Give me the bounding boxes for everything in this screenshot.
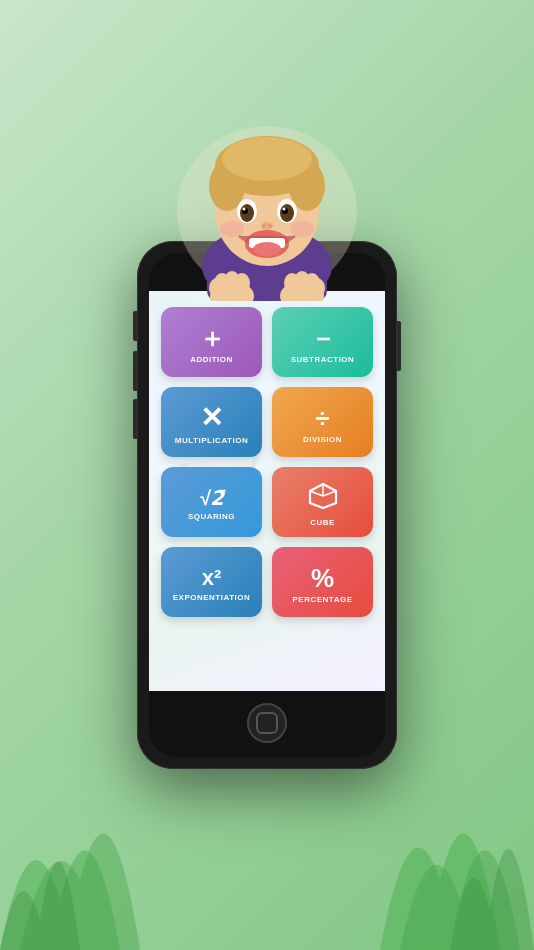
home-button-inner: [256, 712, 278, 734]
addition-icon: ＋: [199, 325, 225, 351]
math-button-grid: ＋ ADDITION － SUBTRACTION ✕ MULTIPLICATIO…: [161, 307, 373, 617]
svg-point-30: [234, 273, 250, 293]
cube-label: CUBE: [310, 518, 335, 527]
svg-point-18: [290, 221, 314, 237]
subtraction-icon: －: [310, 325, 336, 351]
subtraction-label: SUBTRACTION: [291, 355, 355, 364]
svg-point-15: [243, 208, 246, 211]
phone-inner: 1√+× ＋ ADDITION － SUBTRACTION ✕ MULTIPLI…: [149, 253, 385, 757]
addition-label: ADDITION: [190, 355, 233, 364]
svg-point-8: [222, 137, 312, 181]
svg-point-24: [268, 224, 272, 228]
svg-point-21: [253, 242, 281, 256]
subtraction-button[interactable]: － SUBTRACTION: [272, 307, 373, 377]
multiplication-label: MULTIPLICATION: [175, 436, 248, 445]
phone-body: 1√+× ＋ ADDITION － SUBTRACTION ✕ MULTIPLI…: [137, 241, 397, 769]
volume-up-button[interactable]: [133, 351, 137, 391]
power-button[interactable]: [397, 321, 401, 371]
child-image: [157, 81, 377, 301]
home-button[interactable]: [247, 703, 287, 743]
exponentiation-button[interactable]: x² EXPONENTIATION: [161, 547, 262, 617]
exponentiation-label: EXPONENTIATION: [173, 593, 251, 602]
division-icon: ÷: [315, 405, 329, 431]
squaring-icon: √2̄: [199, 488, 224, 508]
squaring-label: SQUARING: [188, 512, 235, 521]
svg-line-37: [323, 491, 336, 496]
screen: 1√+× ＋ ADDITION － SUBTRACTION ✕ MULTIPLI…: [149, 291, 385, 691]
mute-button[interactable]: [133, 311, 137, 341]
exponentiation-icon: x²: [202, 567, 222, 589]
svg-line-38: [310, 491, 323, 496]
squaring-button[interactable]: √2̄ SQUARING: [161, 467, 262, 537]
percentage-label: PERCENTAGE: [293, 595, 353, 604]
volume-down-button[interactable]: [133, 399, 137, 439]
phone-wrapper: 1√+× ＋ ADDITION － SUBTRACTION ✕ MULTIPLI…: [127, 241, 407, 769]
svg-point-16: [283, 208, 286, 211]
percentage-icon: %: [311, 565, 334, 591]
svg-point-23: [262, 224, 266, 228]
percentage-button[interactable]: % PERCENTAGE: [272, 547, 373, 617]
division-label: DIVISION: [303, 435, 342, 444]
addition-button[interactable]: ＋ ADDITION: [161, 307, 262, 377]
svg-point-17: [220, 221, 244, 237]
multiplication-button[interactable]: ✕ MULTIPLICATION: [161, 387, 262, 457]
multiplication-icon: ✕: [200, 404, 223, 432]
division-button[interactable]: ÷ DIVISION: [272, 387, 373, 457]
svg-point-34: [284, 273, 300, 293]
cube-button[interactable]: CUBE: [272, 467, 373, 537]
cube-icon: [308, 482, 338, 514]
